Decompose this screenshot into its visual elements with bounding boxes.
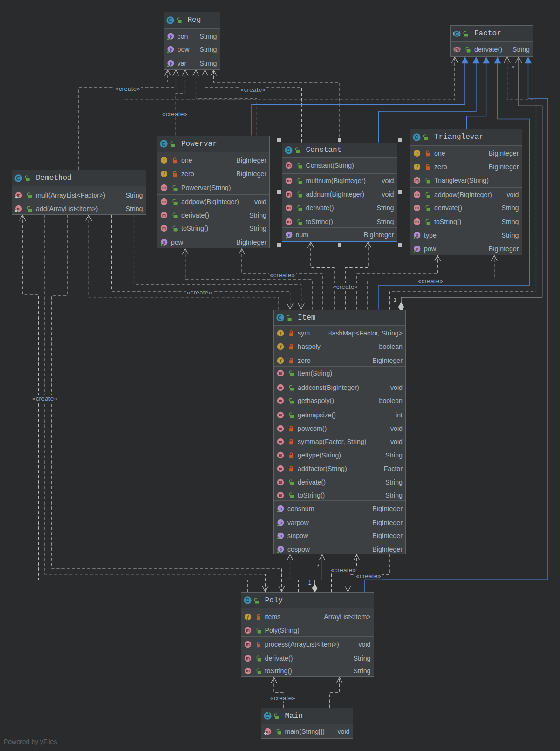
svg-text:m: m (279, 480, 282, 485)
svg-text:m: m (246, 656, 249, 661)
svg-text:m: m (455, 47, 459, 52)
svg-text:m: m (279, 399, 282, 403)
svg-text:m: m (162, 226, 166, 231)
svg-text:m: m (279, 371, 282, 376)
svg-text:m: m (279, 466, 282, 471)
svg-text:m: m (287, 178, 290, 183)
svg-text:p: p (280, 506, 282, 511)
svg-text:p: p (169, 47, 172, 52)
svg-text:m: m (279, 453, 282, 457)
svg-text:m: m (287, 219, 290, 224)
svg-text:m: m (279, 426, 282, 431)
svg-text:m: m (246, 669, 249, 673)
svg-text:m: m (279, 385, 282, 390)
svg-text:m: m (246, 642, 249, 647)
svg-text:m: m (162, 213, 166, 218)
svg-text:p: p (163, 239, 166, 244)
svg-text:p: p (169, 61, 172, 66)
svg-text:m: m (415, 192, 419, 197)
svg-text:p: p (280, 520, 282, 525)
svg-text:p: p (287, 232, 290, 237)
svg-text:m: m (287, 205, 290, 210)
svg-text:p: p (280, 533, 282, 538)
svg-text:m: m (415, 178, 419, 183)
svg-text:p: p (280, 547, 282, 552)
svg-text:m: m (279, 440, 282, 444)
svg-text:m: m (415, 219, 419, 224)
svg-text:p: p (416, 233, 419, 238)
svg-text:m: m (246, 628, 249, 633)
svg-text:m: m (162, 185, 166, 190)
svg-text:m: m (162, 199, 166, 204)
svg-text:p: p (416, 246, 419, 251)
svg-text:p: p (169, 34, 172, 39)
svg-text:m: m (287, 163, 290, 168)
svg-text:m: m (279, 413, 282, 417)
svg-text:m: m (279, 493, 282, 498)
svg-text:m: m (415, 205, 419, 210)
svg-text:m: m (287, 192, 290, 197)
